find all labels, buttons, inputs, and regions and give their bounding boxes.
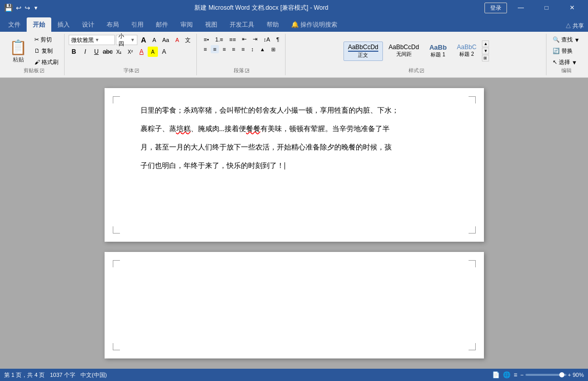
font-dialog-launcher[interactable]: ↗ [135, 69, 139, 73]
copy-button[interactable]: 🗋 复制 [32, 46, 61, 56]
page-1-content[interactable]: 日里的零食；杀鸡宰猪，会叫帮忙的邻舍友人小撮一顿，享用牲畜的内脏、下水； 裹粽子… [140, 103, 448, 173]
zoom-thumb [559, 372, 564, 377]
redo-icon[interactable]: ↪ [25, 4, 30, 12]
font-color-button[interactable]: A [136, 47, 147, 57]
sort-button[interactable]: ↕A [261, 35, 273, 44]
select-button[interactable]: ↖ 选择▼ [551, 57, 582, 67]
italic-button[interactable]: I [80, 47, 90, 57]
tab-layout[interactable]: 布局 [100, 17, 125, 32]
clipboard-dialog-launcher[interactable]: ↗ [40, 69, 44, 73]
view-outline-icon[interactable]: ≡ [514, 371, 517, 378]
paragraph-dialog-launcher[interactable]: ↗ [245, 69, 249, 73]
page-info: 第 1 页，共 4 页 [4, 371, 45, 379]
show-para-button[interactable]: ¶ [274, 35, 282, 44]
bold-button[interactable]: B [69, 47, 79, 57]
editing-group-label: 编辑 [551, 67, 582, 74]
maximize-button[interactable]: □ [535, 0, 558, 15]
styles-scroll-up[interactable]: ▲ [482, 40, 489, 47]
tab-help[interactable]: 帮助 [260, 17, 285, 32]
document-area[interactable]: 日里的零食；杀鸡宰猪，会叫帮忙的邻舍友人小撮一顿，享用牲畜的内脏、下水； 裹粽子… [0, 78, 588, 369]
highlight-button[interactable]: A [148, 47, 158, 57]
corner-tl [113, 96, 120, 103]
font-case-button[interactable]: Aa [160, 36, 172, 44]
style-h2[interactable]: AaBbC 标题 2 [452, 41, 481, 61]
clipboard-sub: ✂ 剪切 🗋 复制 🖌 格式刷 [32, 35, 61, 67]
font-size-field[interactable]: 小四 ▼ [116, 35, 137, 45]
text-effect-button[interactable]: A [159, 47, 169, 57]
tab-developer[interactable]: 开发工具 [224, 17, 260, 32]
format-painter-button[interactable]: 🖌 格式刷 [32, 57, 61, 67]
styles-scroll-down[interactable]: ▼ [482, 48, 489, 54]
paragraph-2: 裹粽子、蒸培糕、腌咸肉...接着便餐餐有美味，顿顿有荤腥。当辛劳地准备了半 [140, 122, 448, 136]
font-size-dropdown[interactable]: ▼ [130, 37, 135, 43]
replace-button[interactable]: 🔄 替换 [551, 46, 582, 56]
find-button[interactable]: 🔍 查找▼ [551, 35, 582, 45]
zoom-plus-button[interactable]: + [568, 372, 571, 378]
undo-icon[interactable]: ↩ [16, 4, 22, 12]
subscript-button[interactable]: X₂ [114, 47, 124, 57]
strikethrough-button[interactable]: abc [103, 47, 113, 57]
clipboard-content: 📋 粘贴 ✂ 剪切 🗋 复制 🖌 格式刷 [6, 35, 61, 67]
customize-icon[interactable]: ▼ [33, 5, 38, 11]
paste-label: 粘贴 [13, 56, 24, 64]
tab-design[interactable]: 设计 [76, 17, 100, 32]
style-nospace[interactable]: AaBbCcDd 无间距 [384, 41, 423, 61]
tab-insert[interactable]: 插入 [51, 17, 76, 32]
share-button[interactable]: △ 共享 [565, 22, 584, 30]
login-button[interactable]: 登录 [484, 3, 507, 13]
view-normal-icon[interactable]: 📄 [492, 371, 500, 378]
minimize-button[interactable]: — [509, 0, 533, 15]
styles-dialog-launcher[interactable]: ↗ [420, 69, 424, 73]
justify-button[interactable]: ≡ [230, 45, 238, 53]
editing-group: 🔍 查找▼ 🔄 替换 ↖ 选择▼ 编辑 [548, 34, 585, 75]
style-h1[interactable]: AaBb 标题 1 [424, 41, 451, 61]
cut-button[interactable]: ✂ 剪切 [32, 35, 61, 45]
font-name-field[interactable]: 微软雅黑 ▼ [69, 35, 115, 45]
align-right-button[interactable]: ≡ [220, 45, 228, 53]
save-icon[interactable]: 💾 [4, 4, 13, 12]
paragraph-group: ≡• 1.≡ ≡≡ ⇤ ⇥ ↕A ¶ ≡ ≡ ≡ ≡ ≡ ↕ ▲ ⊞ 段落 ↗ [198, 34, 285, 75]
line-spacing-button[interactable]: ↕ [248, 45, 256, 53]
close-button[interactable]: ✕ [560, 0, 584, 15]
ribbon-right: △ 共享 [565, 22, 588, 32]
font-grow-button[interactable]: A [138, 35, 149, 45]
style-items-row: AaBbCcDd 正文 AaBbCcDd 无间距 AaBb 标题 1 AaBbC… [343, 41, 481, 61]
font-name-dropdown[interactable]: ▼ [95, 37, 99, 43]
shading-button[interactable]: ▲ [257, 46, 268, 53]
underline-button[interactable]: U [91, 47, 102, 57]
format-buttons-row: B I U abc X₂ X² A A A [69, 47, 193, 57]
styles-expand[interactable]: ⊞ [482, 55, 489, 61]
align-center-button[interactable]: ≡ [211, 45, 219, 53]
distributed-button[interactable]: ≡ [239, 45, 247, 53]
tab-view[interactable]: 视图 [199, 17, 224, 32]
paste-button[interactable]: 📋 粘贴 [6, 37, 30, 66]
zoom-minus-button[interactable]: − [520, 372, 523, 378]
tab-mailings[interactable]: 邮件 [150, 17, 174, 32]
page-2-content[interactable] [140, 267, 448, 344]
increase-indent-button[interactable]: ⇥ [250, 35, 260, 44]
font-shrink-button[interactable]: A [150, 36, 158, 44]
zoom-slider[interactable] [525, 374, 566, 376]
clear-format-button[interactable]: A [173, 36, 181, 44]
paragraph-4: 子们也明白，年终于来了，快乐的时刻到了！ [140, 159, 448, 173]
style-normal[interactable]: AaBbCcDd 正文 [343, 41, 383, 61]
superscript-button[interactable]: X² [125, 47, 135, 57]
decrease-indent-button[interactable]: ⇤ [239, 35, 249, 44]
phonetic-guide-button[interactable]: 文 [183, 35, 193, 45]
tab-search[interactable]: 🔔 操作说明搜索 [285, 17, 343, 32]
language-text: 中文(中国) [80, 372, 107, 378]
tab-review[interactable]: 审阅 [174, 17, 199, 32]
borders-button[interactable]: ⊞ [269, 46, 278, 53]
bullets-button[interactable]: ≡• [201, 35, 211, 44]
tab-file[interactable]: 文件 [2, 17, 27, 32]
align-left-button[interactable]: ≡ [201, 45, 209, 53]
font-name-row: 微软雅黑 ▼ 小四 ▼ A A Aa A 文 [69, 35, 193, 45]
tab-home[interactable]: 开始 [27, 17, 51, 32]
styles-group-label: 样式 ↗ [290, 67, 543, 74]
clipboard-group: 📋 粘贴 ✂ 剪切 🗋 复制 🖌 格式刷 剪贴板 ↗ [3, 34, 65, 75]
view-web-icon[interactable]: 🌐 [503, 371, 511, 378]
numbering-button[interactable]: 1.≡ [213, 35, 226, 44]
tab-references[interactable]: 引用 [125, 17, 150, 32]
select-icon: ↖ [553, 59, 557, 66]
multilevel-button[interactable]: ≡≡ [227, 35, 238, 44]
